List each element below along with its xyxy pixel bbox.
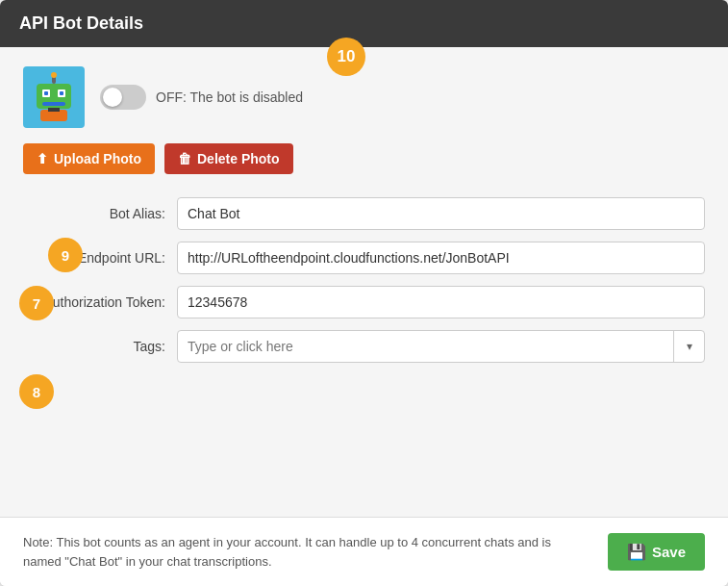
annotation-badge-7: 7 (19, 286, 54, 320)
upload-photo-button[interactable]: ⬆ Upload Photo (23, 143, 155, 174)
bot-enable-toggle[interactable] (100, 85, 146, 110)
photo-buttons-row: ⬆ Upload Photo 🗑 Delete Photo (23, 143, 705, 174)
bot-avatar (23, 66, 85, 128)
page-header: API Bot Details (0, 0, 728, 47)
bot-alias-input[interactable] (177, 197, 705, 230)
svg-rect-4 (60, 91, 63, 95)
endpoint-url-input[interactable] (177, 242, 705, 274)
trash-icon: 🗑 (178, 151, 191, 166)
upload-icon: ⬆ (37, 151, 48, 166)
toggle-track (100, 85, 146, 110)
tags-wrapper: ▾ (177, 330, 705, 363)
bot-alias-label: Bot Alias: (23, 206, 177, 221)
save-label: Save (652, 544, 686, 560)
annotation-badge-9: 9 (48, 238, 83, 272)
tags-input[interactable] (178, 331, 673, 362)
tags-row: Tags: ▾ (23, 330, 705, 363)
bot-details-form: Bot Alias: Endpoint URL: Authorization T… (23, 197, 705, 374)
save-button[interactable]: 💾 Save (608, 533, 705, 571)
auth-token-input[interactable] (177, 286, 705, 318)
svg-rect-5 (42, 102, 65, 106)
annotation-badge-8: 8 (19, 374, 54, 409)
main-content: 10 (0, 47, 728, 517)
chevron-down-icon: ▾ (687, 340, 692, 353)
tags-label: Tags: (23, 339, 177, 354)
api-bot-details-window: API Bot Details 10 (0, 0, 728, 586)
svg-rect-9 (48, 108, 60, 112)
toggle-area: OFF: The bot is disabled (100, 85, 303, 110)
robot-icon (27, 70, 81, 124)
footer-note: Note: This bot counts as an agent in you… (23, 533, 562, 571)
delete-photo-button[interactable]: 🗑 Delete Photo (164, 143, 293, 174)
endpoint-url-row: Endpoint URL: (23, 242, 705, 274)
bot-alias-row: Bot Alias: (23, 197, 705, 230)
top-row: OFF: The bot is disabled (23, 66, 705, 128)
svg-point-7 (51, 72, 57, 78)
toggle-status-label: OFF: The bot is disabled (156, 89, 303, 105)
page-title: API Bot Details (19, 13, 143, 33)
svg-rect-3 (44, 91, 48, 95)
toggle-thumb (103, 88, 122, 107)
footer: Note: This bot counts as an agent in you… (0, 517, 728, 586)
endpoint-url-label: Endpoint URL: (23, 250, 177, 266)
tags-dropdown-button[interactable]: ▾ (673, 331, 704, 362)
auth-token-row: Authorization Token: (23, 286, 705, 318)
save-icon: 💾 (627, 543, 646, 561)
